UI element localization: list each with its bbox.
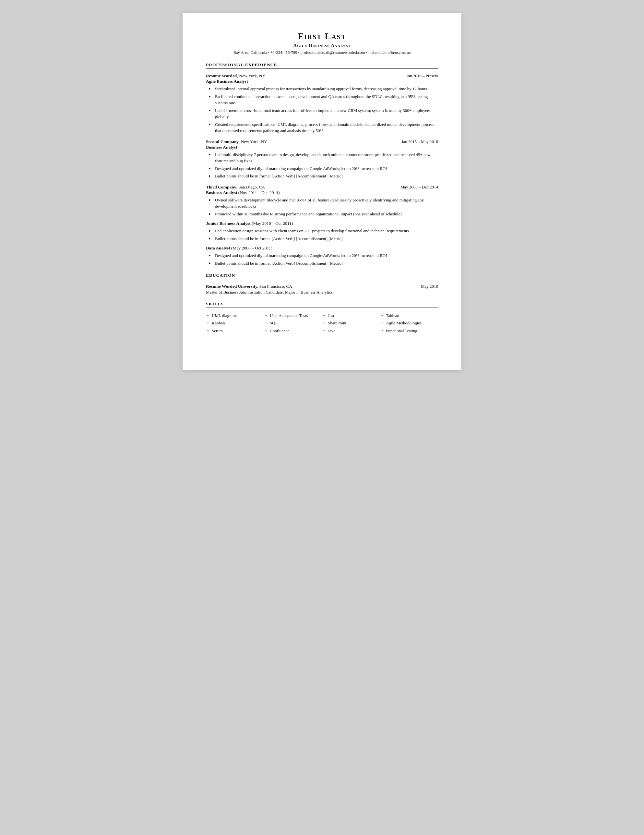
skill-agile: Agile Methodologies: [381, 319, 437, 327]
resume-page: First Last Agile Business Analyst Bay Ar…: [183, 13, 461, 370]
job-1-header: Resume Worded, New York, NY Jun 2018 – P…: [206, 73, 438, 78]
skill-confluence: Confluence: [265, 327, 321, 335]
job-3-sub2-title-text: Data Analyst: [206, 245, 230, 250]
job-3-sub2-bullet-1: Designed and optimized digital marketing…: [209, 252, 438, 259]
edu-1-school: Resume Worded University,: [206, 284, 258, 289]
edu-1-header: Resume Worded University, San Francisco,…: [206, 283, 438, 289]
job-1-company: Resume Worded: [206, 73, 237, 78]
job-3-sub1-bullet-2: Bullet points should be in format [Actio…: [209, 236, 438, 242]
job-2-title: Business Analyst: [206, 145, 438, 150]
skill-functional-testing: Functional Testing: [381, 327, 437, 335]
skills-col-3: Jira SharePoint Java: [322, 312, 380, 335]
job-3-title-text: Business Analyst: [206, 190, 237, 195]
edu-1-degree: Master of Business Administration Candid…: [206, 290, 438, 295]
job-3-sub2-bullets: Designed and optimized digital marketing…: [209, 252, 438, 266]
skills-col-4: Tableau Agile Methodologies Functional T…: [380, 312, 438, 335]
experience-section-title: Professional Experience: [206, 62, 438, 69]
skill-uat: User Acceptance Tests: [265, 312, 321, 319]
job-2-date: Jan 2015 – May 2018: [401, 139, 438, 145]
header-section: First Last Agile Business Analyst Bay Ar…: [206, 31, 438, 55]
job-1-bullet-2: Facilitated continuous interaction betwe…: [209, 93, 438, 106]
job-3-sub1-bullets: Led application design sessions with cli…: [209, 228, 438, 242]
job-3-subrole-1: Junior Business Analyst (May 2010 – Oct …: [206, 221, 438, 242]
job-3-company-location: Third Company, San Diego, CA: [206, 184, 265, 190]
skill-jira: Jira: [323, 312, 379, 319]
job-3-sub1-bullet-1: Led application design sessions with cli…: [209, 228, 438, 234]
skills-col-2: User Acceptance Tests SQL Confluence: [264, 312, 322, 335]
contact-info: Bay Area, California • +1-234-456-789 • …: [206, 50, 438, 55]
job-1-date: Jun 2018 – Present: [406, 73, 438, 78]
job-1-bullet-1: Streamlined internal approval process fo…: [209, 86, 438, 92]
job-3-subrole-1-title: Junior Business Analyst (May 2010 – Oct …: [206, 221, 438, 226]
job-2-bullet-2: Designed and optimized digital marketing…: [209, 166, 438, 172]
job-2: Second Company, New York, NY Jan 2015 – …: [206, 138, 438, 179]
skill-sql: SQL: [265, 319, 321, 327]
job-3-date: May 2008 – Dec 2014: [401, 185, 438, 190]
job-3-bullets: Owned software development lifecycle and…: [209, 197, 438, 217]
job-2-header: Second Company, New York, NY Jan 2015 – …: [206, 138, 438, 145]
job-2-company-location: Second Company, New York, NY: [206, 138, 267, 145]
job-3-title: Business Analyst (Nov 2011 – Dec 2014): [206, 190, 438, 195]
job-2-bullets: Led multi-disciplinary 7 person team to …: [209, 151, 438, 179]
candidate-title: Agile Business Analyst: [206, 43, 438, 48]
skill-scrum: Scrum: [207, 327, 263, 335]
job-3-company: Third Company: [206, 185, 236, 190]
job-1-title: Agile Business Analyst: [206, 79, 438, 84]
job-3-sub2-title-dates: (May 2008 – Oct 2011): [231, 245, 273, 250]
job-2-location: , New York, NY: [238, 139, 267, 144]
edu-1-location: San Francisco, CA: [258, 284, 292, 289]
skills-grid: UML diagrams Kanban Scrum User Acceptanc…: [206, 312, 438, 335]
experience-section: Professional Experience Resume Worded, N…: [206, 62, 438, 266]
job-1-bullet-4: Created requirements specifications, UML…: [209, 121, 438, 134]
skill-java: Java: [323, 327, 379, 335]
job-2-bullet-1: Led multi-disciplinary 7 person team to …: [209, 151, 438, 164]
job-3-title-dates: (Nov 2011 – Dec 2014): [238, 190, 280, 195]
skills-section-title: Skills: [206, 301, 438, 308]
job-1-bullet-3: Led six-member cross-functional team acr…: [209, 107, 438, 120]
skill-tableau: Tableau: [381, 312, 437, 319]
job-3-header: Third Company, San Diego, CA May 2008 – …: [206, 184, 438, 190]
job-3: Third Company, San Diego, CA May 2008 – …: [206, 184, 438, 266]
skill-sharepoint: SharePoint: [323, 319, 379, 327]
education-section: Education Resume Worded University, San …: [206, 273, 438, 295]
job-3-sub2-bullet-2: Bullet points should be in format [Actio…: [209, 260, 438, 266]
edu-1-school-location: Resume Worded University, San Francisco,…: [206, 283, 292, 289]
edu-1-date: May 2010: [421, 284, 438, 289]
job-3-bullet-2: Promoted within 18 months due to strong …: [209, 211, 438, 217]
job-3-subrole-2-title: Data Analyst (May 2008 – Oct 2011): [206, 245, 438, 251]
job-1-bullets: Streamlined internal approval process fo…: [209, 86, 438, 134]
candidate-name: First Last: [206, 31, 438, 42]
job-3-sub1-title-dates: (May 2010 – Oct 2011): [251, 221, 293, 226]
job-1-company-location: Resume Worded, New York, NY: [206, 73, 265, 78]
skill-kanban: Kanban: [207, 319, 263, 327]
skill-uml-diagrams: UML diagrams: [207, 312, 263, 319]
skills-col-1: UML diagrams Kanban Scrum: [206, 312, 264, 335]
job-2-bullet-3: Bullet points should be in format [Actio…: [209, 173, 438, 179]
skills-section: Skills UML diagrams Kanban Scrum User Ac…: [206, 301, 438, 335]
job-2-company: Second Company: [206, 139, 238, 144]
job-3-subrole-2: Data Analyst (May 2008 – Oct 2011) Desig…: [206, 245, 438, 266]
job-1: Resume Worded, New York, NY Jun 2018 – P…: [206, 73, 438, 134]
job-3-sub1-title-text: Junior Business Analyst: [206, 221, 251, 226]
job-1-location: , New York, NY: [237, 73, 265, 78]
job-3-bullet-1: Owned software development lifecycle and…: [209, 197, 438, 210]
education-section-title: Education: [206, 273, 438, 279]
job-3-location: , San Diego, CA: [236, 185, 265, 190]
